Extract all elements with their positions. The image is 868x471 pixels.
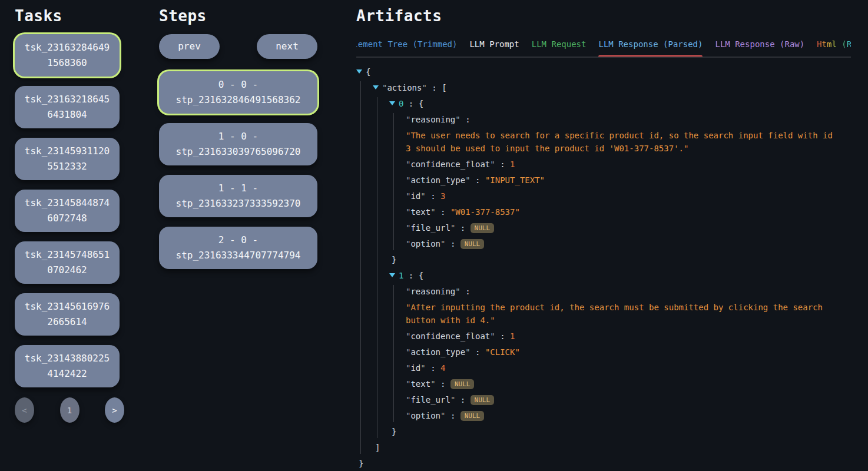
task-button[interactable]: tsk_231438802254142422 [15, 345, 120, 387]
json-token: " [455, 115, 460, 124]
step-button[interactable]: 0 - 0 - stp_231632846491568362 [159, 71, 317, 114]
json-row: } [389, 425, 851, 438]
task-button[interactable]: tsk_231632186456431804 [15, 86, 120, 128]
null-badge: NULL [471, 223, 495, 233]
artifacts-tab-strip: Element Tree (Trimmed)LLM PromptLLM Requ… [356, 39, 851, 58]
json-node-children: "reasoning" :"After inputting the produc… [393, 285, 851, 422]
json-token: { [419, 99, 423, 108]
task-button[interactable]: tsk_231458448746072748 [15, 190, 120, 232]
step-button[interactable]: 2 - 0 - stp_231633344707774794 [159, 227, 317, 269]
json-row: 0 : { [389, 97, 851, 110]
pagination-prev-button[interactable]: < [15, 397, 34, 423]
json-row: "reasoning" : [406, 285, 851, 298]
json-row: "id" : 4 [406, 361, 851, 374]
json-row: "option" : NULL [406, 237, 851, 250]
json-token: : [495, 160, 510, 169]
json-string-value: "The user needs to search for a specific… [406, 129, 833, 155]
json-row: "option" : NULL [406, 409, 851, 422]
null-badge: NULL [460, 239, 485, 249]
json-token: " [465, 347, 470, 357]
json-token: " [430, 207, 435, 217]
json-row: } [389, 253, 851, 266]
tab-llm-response-raw-[interactable]: LLM Response (Raw) [715, 39, 804, 49]
step-list: 0 - 0 - stp_2316328464915683621 - 0 - st… [159, 71, 317, 269]
json-token: "CLICK" [485, 347, 520, 357]
task-button[interactable]: tsk_231457486510702462 [15, 241, 120, 284]
json-token: id [410, 363, 420, 373]
prev-button[interactable]: prev [159, 34, 220, 59]
json-token: 1 [510, 331, 515, 341]
task-button[interactable]: tsk_231632846491568360 [15, 34, 120, 77]
next-button[interactable]: next [257, 34, 317, 59]
json-token: file_url [410, 395, 450, 404]
json-token: " [430, 379, 435, 389]
tab-llm-request[interactable]: LLM Request [532, 39, 587, 49]
json-row: ] [373, 441, 851, 454]
json-row: "confidence_float" : 1 [406, 330, 851, 343]
json-row: { [356, 65, 851, 78]
json-token: } [392, 427, 396, 436]
step-button[interactable]: 1 - 0 - stp_231633039765096720 [159, 123, 317, 165]
tab-html-raw-[interactable]: Html (Raw) [817, 39, 851, 49]
json-token: actions [387, 83, 422, 92]
tab-element-tree-trimmed-[interactable]: Element Tree (Trimmed) [356, 39, 457, 49]
json-row: "text" : NULL [406, 377, 851, 390]
json-token: action_type [410, 347, 465, 357]
task-list: tsk_231632846491568360tsk_23163218645643… [15, 34, 120, 387]
json-token: : [445, 411, 460, 420]
json-token: 3 [440, 191, 445, 201]
json-token: : [403, 99, 418, 108]
json-token: [ [442, 83, 446, 92]
json-token: text [410, 207, 430, 217]
json-row: "action_type" : "CLICK" [406, 346, 851, 359]
json-token: 4 [440, 363, 445, 373]
json-node-children: 0 : {"reasoning" :"The user needs to sea… [377, 97, 851, 438]
json-row: "text" : "W01-377-8537" [406, 205, 851, 218]
tasks-panel: Tasks tsk_231632846491568360tsk_23163218… [15, 7, 120, 423]
json-token: 1 [510, 160, 515, 169]
json-token: : [436, 379, 450, 389]
json-token: : [455, 395, 470, 404]
json-token: " [420, 363, 425, 373]
json-token: } [392, 255, 396, 264]
json-token: ] [375, 443, 380, 452]
json-token: " [420, 191, 425, 201]
task-button[interactable]: tsk_231456169762665614 [15, 293, 120, 336]
expander-icon[interactable] [356, 69, 362, 74]
steps-panel: Steps prev next 0 - 0 - stp_231632846491… [159, 7, 317, 278]
json-token: id [410, 191, 420, 201]
json-token: : [426, 363, 440, 373]
expander-icon[interactable] [389, 101, 395, 105]
json-row: "actions" : [ [373, 81, 851, 94]
json-row: "file_url" : NULL [406, 393, 851, 406]
json-token: reasoning [410, 287, 455, 296]
json-token: confidence_float [410, 331, 490, 341]
expander-icon[interactable] [373, 85, 379, 89]
tasks-title: Tasks [15, 7, 120, 25]
tab-llm-prompt[interactable]: LLM Prompt [469, 39, 519, 49]
task-button[interactable]: tsk_231459311205512332 [15, 138, 120, 180]
artifacts-panel: Artifacts Element Tree (Trimmed)LLM Prom… [356, 7, 851, 471]
json-token: { [366, 67, 370, 77]
json-node-children: "actions" : [0 : {"reasoning" :"The user… [360, 81, 851, 454]
json-token: } [359, 459, 363, 468]
json-token: : [445, 239, 460, 248]
json-token: : [455, 223, 470, 233]
json-token: option [410, 411, 440, 420]
null-badge: NULL [450, 379, 475, 389]
steps-title: Steps [159, 7, 317, 25]
tab-llm-response-parsed-[interactable]: LLM Response (Parsed) [598, 39, 703, 49]
json-token: : [460, 287, 471, 296]
pagination-next-button[interactable]: > [105, 397, 124, 423]
json-node-children: "reasoning" :"The user needs to search f… [393, 113, 851, 250]
step-button[interactable]: 1 - 1 - stp_231633237333592370 [159, 175, 317, 217]
json-token: confidence_float [410, 160, 490, 169]
json-token: : [471, 175, 485, 185]
expander-icon[interactable] [389, 273, 395, 277]
pagination-page-button[interactable]: 1 [60, 397, 79, 423]
json-token: : [436, 207, 450, 217]
json-token: reasoning [410, 115, 455, 124]
steps-nav: prev next [159, 34, 317, 59]
json-row: "confidence_float" : 1 [406, 158, 851, 171]
tasks-pagination: < 1 > [15, 397, 124, 423]
